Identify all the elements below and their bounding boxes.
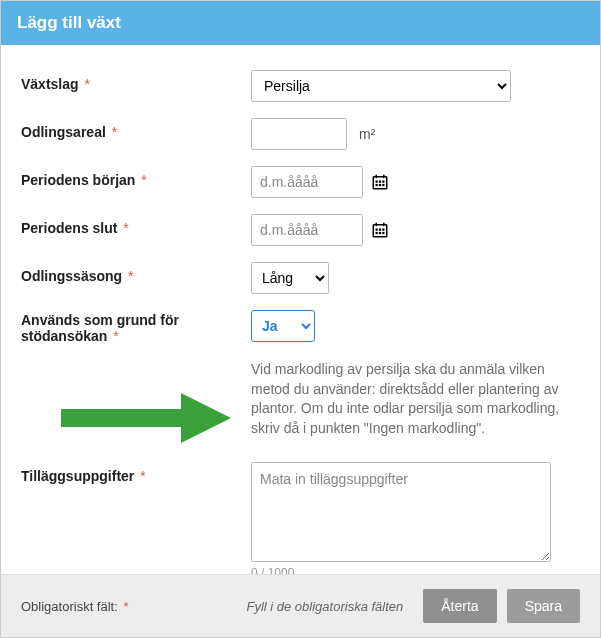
svg-rect-15 bbox=[376, 232, 378, 234]
required-marker: * bbox=[124, 268, 133, 284]
required-marker: * bbox=[123, 599, 128, 614]
calendar-icon[interactable] bbox=[371, 173, 389, 191]
dialog-body: Växtslag * Persilja Odlingsareal * m² Pe… bbox=[1, 45, 600, 574]
svg-rect-7 bbox=[379, 184, 381, 186]
required-marker: * bbox=[81, 76, 90, 92]
svg-rect-12 bbox=[376, 229, 378, 231]
svg-rect-11 bbox=[383, 223, 385, 227]
svg-rect-8 bbox=[382, 184, 384, 186]
row-info: Vid markodling av persilja ska du anmäla… bbox=[21, 360, 580, 438]
row-odlingsareal: Odlingsareal * m² bbox=[21, 118, 580, 150]
label-period-start: Periodens början * bbox=[21, 166, 251, 188]
svg-rect-4 bbox=[379, 181, 381, 183]
svg-rect-10 bbox=[376, 223, 378, 227]
add-plant-dialog: Lägg till växt Växtslag * Persilja Odlin… bbox=[0, 0, 601, 638]
save-button[interactable]: Spara bbox=[507, 589, 580, 623]
svg-rect-5 bbox=[382, 181, 384, 183]
info-text: Vid markodling av persilja ska du anmäla… bbox=[251, 360, 580, 438]
row-period-start: Periodens början * bbox=[21, 166, 580, 198]
dialog-header: Lägg till växt bbox=[1, 1, 600, 45]
calendar-icon[interactable] bbox=[371, 221, 389, 239]
row-tillagg: Tilläggsuppgifter * 0 / 1000 bbox=[21, 462, 580, 574]
odlingsareal-input[interactable] bbox=[251, 118, 347, 150]
label-tillagg: Tilläggsuppgifter * bbox=[21, 462, 251, 484]
dialog-title: Lägg till växt bbox=[17, 13, 121, 32]
svg-rect-14 bbox=[382, 229, 384, 231]
footer-hint: Fyll i de obligatoriska fälten bbox=[246, 599, 403, 614]
svg-rect-13 bbox=[379, 229, 381, 231]
svg-rect-1 bbox=[376, 175, 378, 179]
label-sasong: Odlingssäsong * bbox=[21, 262, 251, 284]
vaxtslag-select[interactable]: Persilja bbox=[251, 70, 511, 102]
required-marker: * bbox=[136, 468, 145, 484]
footer-required-label: Obligatoriskt fält: * bbox=[21, 599, 129, 614]
required-marker: * bbox=[137, 172, 146, 188]
period-start-input[interactable] bbox=[251, 166, 363, 198]
svg-rect-6 bbox=[376, 184, 378, 186]
label-period-end: Periodens slut * bbox=[21, 214, 251, 236]
svg-rect-16 bbox=[379, 232, 381, 234]
required-marker: * bbox=[119, 220, 128, 236]
row-grund: Används som grund för stödansökan * Ja bbox=[21, 310, 580, 344]
required-marker: * bbox=[108, 124, 117, 140]
row-period-end: Periodens slut * bbox=[21, 214, 580, 246]
label-odlingsareal: Odlingsareal * bbox=[21, 118, 251, 140]
char-counter: 0 / 1000 bbox=[251, 566, 551, 574]
label-vaxtslag: Växtslag * bbox=[21, 70, 251, 92]
tillagg-textarea[interactable] bbox=[251, 462, 551, 562]
svg-rect-2 bbox=[383, 175, 385, 179]
svg-rect-3 bbox=[376, 181, 378, 183]
dialog-footer: Obligatoriskt fält: * Fyll i de obligato… bbox=[1, 574, 600, 637]
svg-rect-17 bbox=[382, 232, 384, 234]
required-marker: * bbox=[109, 328, 118, 344]
grund-select[interactable]: Ja bbox=[251, 310, 315, 342]
unit-m2: m² bbox=[355, 126, 375, 142]
cancel-button[interactable]: Återta bbox=[423, 589, 496, 623]
row-vaxtslag: Växtslag * Persilja bbox=[21, 70, 580, 102]
label-grund: Används som grund för stödansökan * bbox=[21, 310, 251, 344]
sasong-select[interactable]: Lång bbox=[251, 262, 329, 294]
period-end-input[interactable] bbox=[251, 214, 363, 246]
row-sasong: Odlingssäsong * Lång bbox=[21, 262, 580, 294]
